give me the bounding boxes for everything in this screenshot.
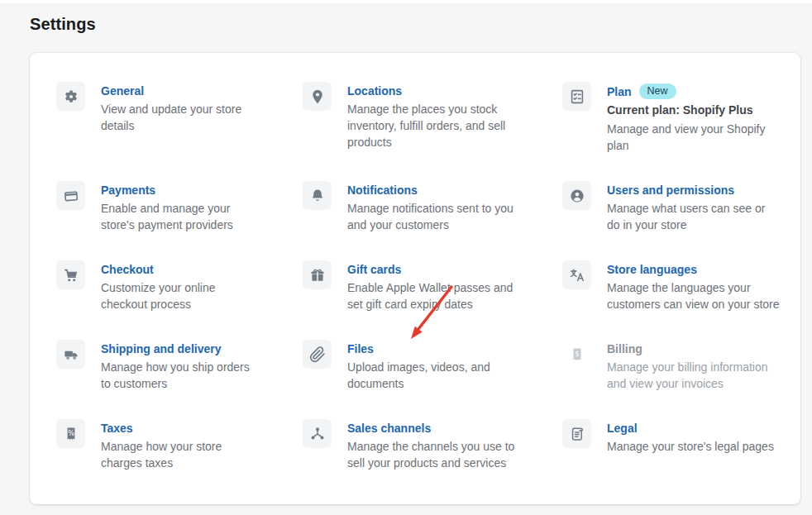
settings-item-general[interactable]: General View and update your store detai… — [56, 82, 303, 154]
user-circle-icon — [562, 181, 591, 210]
svg-text:%: % — [68, 429, 74, 436]
item-desc: Manage notifications sent to you and you… — [347, 200, 528, 233]
settings-card: General View and update your store detai… — [30, 53, 800, 504]
item-title[interactable]: Legal — [607, 421, 774, 436]
location-pin-icon — [303, 82, 332, 111]
settings-item-sales-channels[interactable]: Sales channels Manage the channels you u… — [303, 419, 562, 471]
item-title[interactable]: Store languages — [607, 262, 781, 277]
settings-item-payments[interactable]: Payments Enable and manage your store's … — [56, 181, 303, 233]
item-title[interactable]: Users and permissions — [607, 183, 781, 198]
item-desc: Manage your store's legal pages — [607, 438, 774, 455]
settings-item-billing: $ Billing Manage your billing informatio… — [562, 340, 781, 392]
percent-receipt-icon: % — [56, 419, 85, 448]
settings-item-locations[interactable]: Locations Manage the places you stock in… — [303, 82, 562, 154]
plan-checklist-icon — [562, 82, 591, 111]
item-desc: Manage the channels you use to sell your… — [347, 438, 528, 471]
new-badge: New — [639, 83, 676, 99]
credit-card-icon — [56, 181, 85, 210]
scroll-icon — [562, 419, 591, 448]
item-desc: Upload images, videos, and documents — [347, 359, 528, 392]
truck-icon — [56, 340, 85, 369]
gear-icon — [56, 82, 85, 111]
settings-item-taxes[interactable]: % Taxes Manage how your store charges ta… — [56, 419, 303, 471]
item-desc: Manage and view your Shopify plan — [607, 121, 781, 154]
network-nodes-icon — [303, 419, 332, 448]
settings-grid: General View and update your store detai… — [30, 53, 800, 504]
bell-icon — [303, 181, 332, 210]
item-title[interactable]: Shipping and delivery — [101, 341, 255, 356]
item-desc: Manage the places you stock inventory, f… — [347, 101, 528, 150]
shopping-cart-icon — [56, 260, 85, 289]
item-desc: Customize your online checkout process — [101, 279, 255, 312]
item-title[interactable]: General — [101, 83, 255, 98]
settings-item-shipping-and-delivery[interactable]: Shipping and delivery Manage how you shi… — [56, 340, 303, 392]
item-title[interactable]: Gift cards — [347, 262, 528, 277]
settings-item-store-languages[interactable]: Store languages Manage the languages you… — [562, 260, 781, 312]
item-desc: Manage how you ship orders to customers — [101, 359, 255, 392]
settings-item-files[interactable]: Files Upload images, videos, and documen… — [303, 340, 562, 392]
settings-item-checkout[interactable]: Checkout Customize your online checkout … — [56, 260, 303, 312]
settings-item-legal[interactable]: Legal Manage your store's legal pages — [562, 419, 781, 471]
item-desc: Manage what users can see or do in your … — [607, 200, 781, 233]
dollar-receipt-icon: $ — [562, 340, 591, 369]
item-title[interactable]: Locations — [347, 83, 528, 98]
settings-item-users-and-permissions[interactable]: Users and permissions Manage what users … — [562, 181, 781, 233]
item-title[interactable]: Plan — [607, 84, 632, 99]
item-title[interactable]: Notifications — [347, 183, 528, 198]
svg-text:$: $ — [575, 349, 579, 357]
settings-item-notifications[interactable]: Notifications Manage notifications sent … — [303, 181, 562, 233]
item-title[interactable]: Taxes — [101, 421, 255, 436]
item-title[interactable]: Checkout — [101, 262, 255, 277]
translate-icon — [562, 260, 591, 289]
gift-icon — [303, 260, 332, 289]
item-desc: View and update your store details — [101, 101, 255, 134]
item-title[interactable]: Payments — [101, 183, 255, 198]
settings-item-plan[interactable]: Plan New Current plan: Shopify Plus Mana… — [562, 82, 781, 154]
item-desc: Manage your billing information and view… — [607, 359, 781, 392]
item-title: Billing — [607, 341, 781, 356]
item-title[interactable]: Files — [347, 341, 528, 356]
page-title: Settings — [30, 15, 800, 34]
item-title[interactable]: Sales channels — [347, 421, 528, 436]
item-desc: Manage how your store charges taxes — [101, 438, 255, 471]
settings-page: Settings General View and update your st… — [0, 0, 812, 504]
paperclip-icon — [303, 340, 332, 369]
item-desc: Enable Apple Wallet passes and set gift … — [347, 279, 528, 312]
settings-item-gift-cards[interactable]: Gift cards Enable Apple Wallet passes an… — [303, 260, 562, 312]
item-desc: Enable and manage your store's payment p… — [101, 200, 255, 233]
item-desc: Manage the languages your customers can … — [607, 279, 781, 312]
current-plan-text: Current plan: Shopify Plus — [607, 102, 781, 118]
